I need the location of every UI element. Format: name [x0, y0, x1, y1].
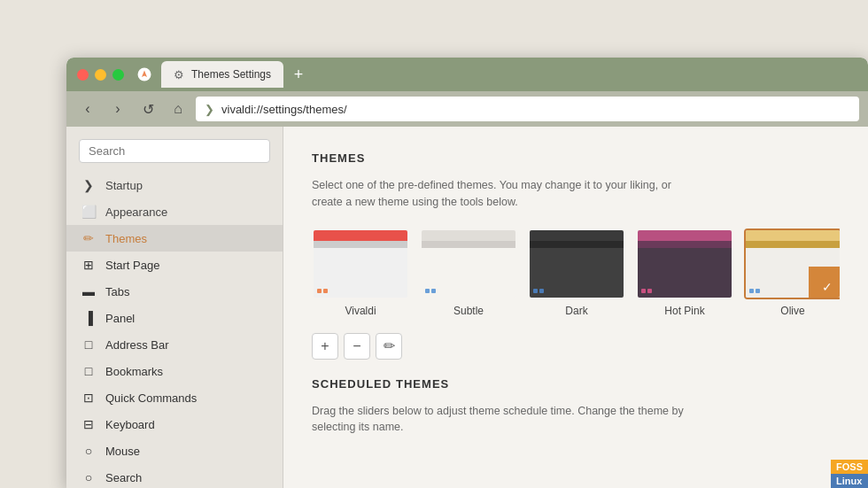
theme-name-vivaldi: Vivaldi — [345, 305, 376, 317]
forward-button[interactable]: › — [105, 97, 130, 121]
reload-button[interactable]: ↺ — [136, 97, 160, 121]
theme-card-dark[interactable]: Dark — [528, 229, 625, 317]
theme-name-subtle: Subtle — [453, 305, 484, 317]
sidebar: ❯ Startup ⬜ Appearance ✏ Themes ⊞ Start … — [66, 127, 283, 488]
search-input[interactable] — [79, 139, 270, 163]
quick-commands-icon: ⊡ — [81, 391, 97, 405]
appearance-icon: ⬜ — [81, 205, 97, 219]
sidebar-item-panel[interactable]: ▐ Panel — [66, 305, 283, 331]
add-theme-button[interactable]: + — [312, 333, 338, 360]
search-container — [66, 136, 283, 172]
settings-icon: ⚙ — [174, 68, 184, 81]
sidebar-item-label-appearance: Appearance — [105, 205, 167, 219]
theme-actions: + − ✏ — [312, 333, 840, 360]
scheduled-section-desc: Drag the sliders below to adjust theme s… — [312, 403, 840, 437]
sidebar-item-address-bar[interactable]: □ Address Bar — [66, 331, 283, 358]
themes-icon: ✏ — [81, 231, 97, 245]
address-bar[interactable]: ❯ vivaldi://settings/themes/ — [196, 97, 859, 121]
keyboard-icon: ⊟ — [81, 417, 97, 431]
bookmarks-icon: □ — [81, 364, 97, 378]
sidebar-item-label-address-bar: Address Bar — [105, 338, 169, 352]
themes-section-desc: Select one of the pre-defined themes. Yo… — [312, 177, 840, 211]
sidebar-item-label-themes: Themes — [105, 232, 147, 245]
foss-bottom: Linux — [831, 474, 868, 488]
foss-top: FOSS — [831, 460, 868, 474]
sidebar-item-startup[interactable]: ❯ Startup — [66, 172, 283, 198]
back-button[interactable]: ‹ — [75, 97, 100, 121]
theme-preview-subtle — [420, 229, 517, 299]
maximize-button[interactable] — [112, 69, 124, 81]
traffic-lights — [77, 69, 124, 81]
theme-preview-vivaldi — [312, 229, 409, 299]
browser-window: ⚙ Themes Settings + ‹ › ↺ ⌂ ❯ vivaldi://… — [66, 58, 868, 488]
nav-bar: ‹ › ↺ ⌂ ❯ vivaldi://settings/themes/ — [66, 91, 868, 127]
scheduled-section-title: SCHEDULED THEMES — [312, 377, 840, 391]
vivaldi-icon — [136, 66, 152, 82]
theme-preview-olive: ✓ — [744, 229, 840, 299]
sidebar-item-themes[interactable]: ✏ Themes — [66, 225, 283, 252]
tab-label: Themes Settings — [191, 68, 271, 81]
sidebar-item-start-page[interactable]: ⊞ Start Page — [66, 252, 283, 278]
panel-icon: ▐ — [81, 311, 97, 325]
sidebar-item-label-mouse: Mouse — [105, 445, 140, 458]
startup-icon: ❯ — [81, 178, 97, 192]
active-tab[interactable]: ⚙ Themes Settings — [161, 61, 283, 88]
sidebar-item-label-search: Search — [105, 471, 142, 484]
sidebar-item-label-startup: Startup — [105, 179, 143, 192]
title-bar: ⚙ Themes Settings + — [66, 58, 868, 91]
mouse-icon: ○ — [81, 444, 97, 458]
foss-badge: FOSS Linux — [831, 460, 868, 488]
theme-card-hotpink[interactable]: Hot Pink — [636, 229, 733, 317]
sidebar-item-label-keyboard: Keyboard — [105, 418, 155, 431]
sidebar-item-mouse[interactable]: ○ Mouse — [66, 438, 283, 464]
close-button[interactable] — [77, 69, 89, 81]
theme-preview-dark — [528, 229, 625, 299]
tab-bar: ⚙ Themes Settings + — [161, 61, 857, 88]
sidebar-item-tabs[interactable]: ▬ Tabs — [66, 278, 283, 305]
content-area: THEMES Select one of the pre-defined the… — [283, 127, 868, 488]
address-text: vivaldi://settings/themes/ — [221, 103, 347, 116]
theme-card-vivaldi[interactable]: Vivaldi — [312, 229, 409, 317]
sidebar-item-label-start-page: Start Page — [105, 259, 159, 272]
search-nav-icon: ○ — [81, 470, 97, 484]
sidebar-item-keyboard[interactable]: ⊟ Keyboard — [66, 411, 283, 438]
sidebar-item-label-panel: Panel — [105, 312, 135, 325]
tabs-icon: ▬ — [81, 284, 97, 298]
sidebar-item-label-quick-commands: Quick Commands — [105, 391, 197, 405]
theme-name-hotpink: Hot Pink — [664, 305, 704, 317]
start-page-icon: ⊞ — [81, 258, 97, 272]
home-button[interactable]: ⌂ — [166, 97, 190, 121]
sidebar-item-bookmarks[interactable]: □ Bookmarks — [66, 358, 283, 384]
theme-preview-hotpink — [636, 229, 733, 299]
address-bar-icon: □ — [81, 337, 97, 352]
theme-name-olive: Olive — [780, 305, 804, 317]
new-tab-button[interactable]: + — [287, 63, 310, 86]
themes-section-title: THEMES — [312, 151, 840, 165]
sidebar-item-appearance[interactable]: ⬜ Appearance — [66, 198, 283, 225]
main-area: ❯ Startup ⬜ Appearance ✏ Themes ⊞ Start … — [66, 127, 868, 488]
edit-theme-button[interactable]: ✏ — [376, 333, 402, 360]
minimize-button[interactable] — [95, 69, 106, 81]
theme-name-dark: Dark — [565, 305, 587, 317]
sidebar-item-label-bookmarks: Bookmarks — [105, 365, 163, 378]
sidebar-item-label-tabs: Tabs — [105, 285, 129, 298]
sidebar-item-search[interactable]: ○ Search — [66, 464, 283, 488]
vivaldi-address-icon: ❯ — [205, 103, 214, 116]
theme-card-olive[interactable]: ✓ Olive — [744, 229, 840, 317]
sidebar-item-quick-commands[interactable]: ⊡ Quick Commands — [66, 384, 283, 411]
remove-theme-button[interactable]: − — [344, 333, 370, 360]
theme-card-subtle[interactable]: Subtle — [420, 229, 517, 317]
themes-grid: Vivaldi — [312, 229, 840, 317]
